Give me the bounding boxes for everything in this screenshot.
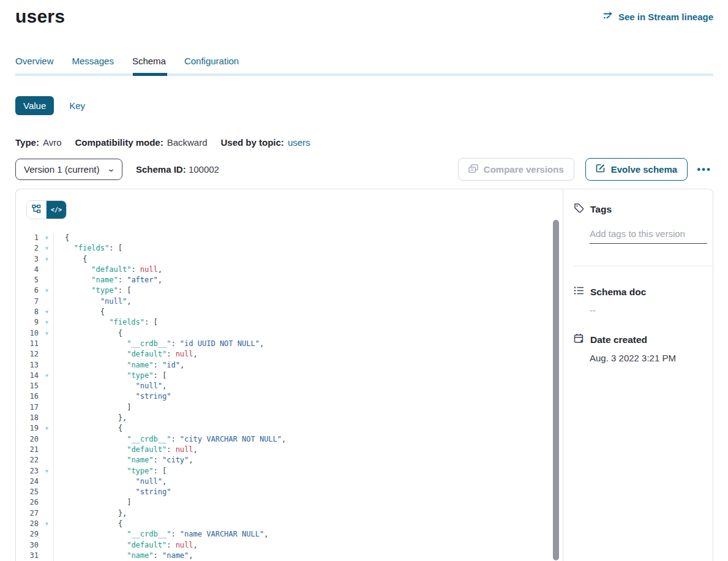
- tab-track: [15, 73, 713, 76]
- line-number: 3: [16, 254, 40, 265]
- json-punctuation: },: [118, 509, 127, 518]
- json-key: "default": [91, 265, 131, 274]
- schema-code-editor[interactable]: </> 1▼{2▼ "fields": [3▼ {4 "default": nu…: [16, 189, 563, 561]
- tab-overview[interactable]: Overview: [15, 56, 54, 73]
- json-punctuation: {: [100, 307, 105, 316]
- code-line: 11 "__crdb__": "id UUID NOT NULL",: [16, 339, 563, 349]
- add-tags-placeholder: Add tags to this version: [590, 228, 713, 239]
- used-by-topic-label: Used by topic:: [221, 137, 284, 148]
- code-text: "name": "name",: [53, 551, 563, 561]
- json-punctuation: : [: [118, 286, 132, 295]
- code-line: 26 ]: [16, 497, 563, 508]
- code-view-icon: </>: [51, 206, 62, 213]
- code-text: ]: [53, 497, 563, 508]
- add-tags-input[interactable]: Add tags to this version: [590, 228, 713, 244]
- json-punctuation: :: [171, 435, 179, 443]
- fold-arrow-icon[interactable]: ▼: [40, 371, 53, 381]
- fold-arrow-icon[interactable]: ▼: [40, 243, 53, 254]
- line-number: 8: [16, 307, 40, 317]
- compare-versions-button[interactable]: Compare versions: [458, 158, 574, 181]
- fold-spacer: [40, 296, 53, 307]
- schema-id: Schema ID: 100002: [136, 164, 219, 175]
- json-punctuation: {: [118, 519, 122, 528]
- json-punctuation: ]: [127, 403, 131, 412]
- code-text: "type": [: [53, 466, 563, 476]
- code-text: "null",: [53, 381, 563, 391]
- stream-lineage-label: See in Stream lineage: [618, 12, 713, 22]
- fold-spacer: [40, 381, 53, 391]
- json-punctuation: ,: [282, 435, 286, 443]
- evolve-schema-label: Evolve schema: [611, 164, 677, 175]
- code-line: 13 "name": "id",: [16, 360, 563, 371]
- json-string: "name VARCHAR NULL": [180, 530, 264, 538]
- evolve-schema-button[interactable]: Evolve schema: [585, 158, 688, 181]
- fold-spacer: [40, 413, 53, 423]
- json-punctuation: ]: [127, 498, 131, 506]
- line-number: 29: [16, 529, 40, 540]
- json-key: "type": [127, 371, 153, 380]
- json-string: "after": [127, 276, 158, 284]
- code-text: "__crdb__": "name VARCHAR NULL",: [53, 529, 563, 540]
- line-number: 1: [16, 233, 40, 243]
- page-title: users: [15, 6, 65, 27]
- code-line: 21 "default": null,: [16, 445, 563, 455]
- code-line: 8▼ {: [16, 307, 563, 317]
- schema-doc-section-header: Schema doc: [574, 286, 713, 298]
- fold-spacer: [40, 551, 53, 561]
- fold-spacer: [40, 497, 53, 508]
- code-line: 22 "name": "city",: [16, 455, 563, 465]
- tags-title: Tags: [590, 204, 612, 215]
- tab-messages[interactable]: Messages: [72, 56, 114, 73]
- fold-arrow-icon[interactable]: ▼: [40, 423, 53, 434]
- code-text: "null",: [53, 476, 563, 487]
- fold-spacer: [40, 434, 53, 445]
- code-view-button[interactable]: </>: [47, 201, 66, 219]
- code-text: "name": "city",: [53, 455, 563, 465]
- type-label: Type:: [15, 137, 39, 148]
- json-string: "null": [100, 297, 127, 306]
- version-select-value: Version 1 (current): [24, 164, 99, 175]
- json-punctuation: : [: [109, 244, 122, 252]
- fold-arrow-icon[interactable]: ▼: [40, 328, 53, 339]
- tab-configuration[interactable]: Configuration: [184, 56, 239, 73]
- fold-spacer: [40, 476, 53, 487]
- fold-arrow-icon[interactable]: ▼: [40, 519, 53, 529]
- fold-arrow-icon[interactable]: ▼: [40, 254, 53, 265]
- json-punctuation: :: [171, 339, 179, 348]
- code-line: 3▼ {: [16, 254, 563, 265]
- fold-spacer: [40, 529, 53, 540]
- code-line: 30 "default": null,: [16, 540, 563, 551]
- json-punctuation: ,: [193, 350, 198, 358]
- key-toggle-link[interactable]: Key: [69, 100, 85, 111]
- tab-schema[interactable]: Schema: [132, 56, 166, 73]
- code-text: "fields": [: [53, 243, 563, 254]
- json-key: "fields": [109, 318, 144, 326]
- stream-lineage-link[interactable]: See in Stream lineage: [603, 11, 713, 23]
- tab-bar: Overview Messages Schema Configuration: [15, 56, 713, 73]
- fold-spacer: [40, 275, 53, 285]
- fold-arrow-icon[interactable]: ▼: [40, 317, 53, 328]
- json-punctuation: {: [83, 255, 87, 263]
- json-punctuation: },: [118, 413, 127, 422]
- code-line: 2▼ "fields": [: [16, 243, 563, 254]
- json-key: "name": [127, 361, 153, 369]
- json-null: null: [176, 350, 193, 358]
- fold-arrow-icon[interactable]: ▼: [40, 307, 53, 317]
- json-string: "city VARCHAR NOT NULL": [180, 435, 282, 443]
- fold-arrow-icon[interactable]: ▼: [40, 233, 53, 243]
- fold-arrow-icon[interactable]: ▼: [40, 466, 53, 476]
- json-string: "id": [162, 361, 180, 369]
- fold-arrow-icon[interactable]: ▼: [40, 285, 53, 296]
- topic-link[interactable]: users: [288, 137, 310, 148]
- tree-view-icon: [32, 205, 41, 216]
- tree-view-button[interactable]: [27, 201, 47, 219]
- line-number: 9: [16, 317, 40, 328]
- more-actions-button[interactable]: •••: [695, 164, 713, 176]
- json-punctuation: : [: [154, 371, 167, 380]
- value-toggle-button[interactable]: Value: [15, 96, 54, 115]
- editor-scrollbar-thumb[interactable]: [553, 220, 559, 560]
- line-number: 22: [16, 455, 40, 465]
- version-select[interactable]: Version 1 (current) ⌄: [15, 159, 122, 180]
- json-punctuation: ,: [264, 530, 268, 538]
- code-line: 18 },: [16, 413, 563, 423]
